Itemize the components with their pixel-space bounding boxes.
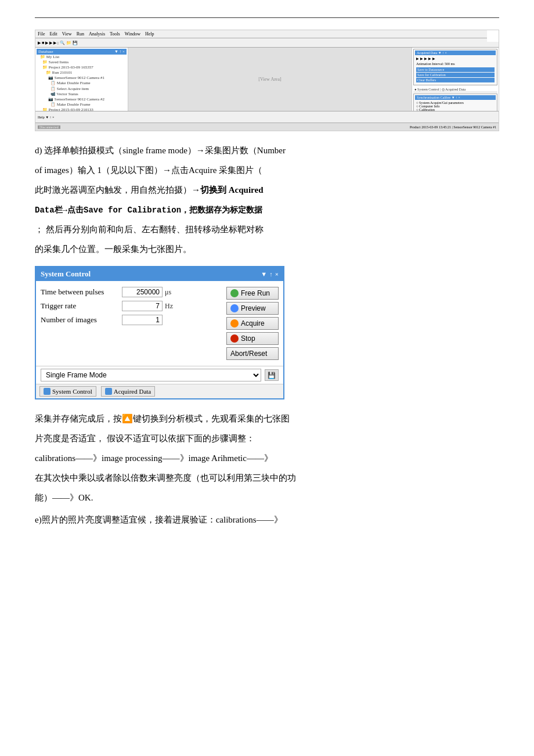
sc-close-icon[interactable]: × <box>275 271 279 278</box>
stop-label: Stop <box>241 334 255 343</box>
stop-icon <box>230 334 239 343</box>
sw-center-panel: [View Area] <box>128 48 412 111</box>
field-row-trigger-rate: Trigger rate Hz <box>41 301 222 311</box>
field-label-time: Time between pulses <box>41 287 122 297</box>
doc-section-after-panel: 采集并存储完成后，按🔼键切换到分析模式，先观看采集的七张图 片亮度是否适宜， 假… <box>35 410 499 506</box>
doc-d-line1: d) 选择单帧拍摄模式（single frame mode）→采集图片数（Num… <box>35 142 499 159</box>
system-control-tab-icon <box>44 388 50 395</box>
abort-reset-button[interactable]: Abort/Reset <box>226 347 279 360</box>
sw-right-panel: Acquired Data ▼ ↑ × ▶▶▶▶▶ Animation Inte… <box>412 48 499 111</box>
stop-button[interactable]: Stop <box>226 332 279 345</box>
free-run-button[interactable]: Free Run <box>226 287 279 300</box>
acquire-label: Acquire <box>241 319 265 327</box>
sw-status-bar: Disconnected Product 2015-03-09 13:45:21… <box>35 123 499 131</box>
doc-after-line1: 采集并存储完成后，按🔼键切换到分析模式，先观看采集的七张图 <box>35 410 499 427</box>
doc-section-e: e)照片的照片亮度调整适宜候，接着进展验证：calibrations——》 <box>35 511 499 528</box>
sc-pin-icon[interactable]: ▼ <box>261 271 267 278</box>
sw-bottom-panel: Help ▼ ↑ × <box>35 111 499 123</box>
acquire-button[interactable]: Acquire <box>226 317 279 330</box>
doc-d-line5: ； 然后再分别向前和向后、左右翻转、扭转移动坐标靶对称 <box>35 221 499 238</box>
save-button[interactable]: 💾 <box>265 369 279 381</box>
acquire-icon <box>230 319 239 327</box>
sw-left-panel: Database ▼ ↑ × 📁 My List 📁 Saved Items 📁… <box>35 48 128 111</box>
field-row-num-images: Number of images <box>41 315 222 325</box>
field-unit-time: μs <box>165 288 176 297</box>
mode-selector[interactable]: Single Frame Mode Double Frame Mode Cont… <box>41 369 261 381</box>
doc-after-line2: 片亮度是否适宜， 假设不适宜可以依据下面的步骤调整： <box>35 430 499 447</box>
doc-section-d: d) 选择单帧拍摄模式（single frame mode）→采集图片数（Num… <box>35 142 499 258</box>
tab-acquired-data-label: Acquired Data <box>114 388 151 395</box>
field-input-trigger[interactable] <box>122 301 163 311</box>
field-unit-trigger: Hz <box>165 302 176 311</box>
top-divider <box>35 17 499 18</box>
software-screenshot: FileEditViewRun AnalysisToolsWindowHelp … <box>35 30 499 131</box>
sc-panel-header: System Control ▼ ↑ × <box>36 267 283 281</box>
doc-d-line2: of images）输入 1（见以以下图）→点击Acquire 采集图片（ <box>35 161 499 179</box>
field-label-images: Number of images <box>41 315 122 325</box>
sc-fields-area: Time between pulses μs Trigger rate Hz N… <box>41 287 222 360</box>
field-row-time-between-pulses: Time between pulses μs <box>41 287 222 297</box>
acquired-data-tab-icon <box>105 388 112 395</box>
doc-d-line3: 此时激光器调至内触发，用自然光拍摄）→切换到 Acquired <box>35 181 499 199</box>
sc-dock-icon[interactable]: ↑ <box>269 271 273 278</box>
free-run-label: Free Run <box>241 289 270 297</box>
doc-d-line4: Data栏→点击Save for Calibration，把数据存为标定数据 <box>35 201 499 218</box>
sc-panel-title: System Control <box>41 269 91 279</box>
tab-system-control[interactable]: System Control <box>39 386 96 397</box>
preview-button[interactable]: Preview <box>226 302 279 315</box>
corner-decoration <box>487 30 499 42</box>
doc-d-line6: 的采集几个位置。一般采集为七张图片。 <box>35 240 499 258</box>
sw-menubar: FileEditViewRun AnalysisToolsWindowHelp <box>35 30 499 38</box>
doc-after-line5: 能）——》OK. <box>35 489 499 506</box>
sc-footer: Single Frame Mode Double Frame Mode Cont… <box>36 366 283 384</box>
sc-buttons-area: Free Run Preview Acquire Stop Abort/Rese… <box>226 287 279 360</box>
field-input-images[interactable] <box>122 315 163 325</box>
preview-icon <box>230 304 239 312</box>
sc-panel-controls: ▼ ↑ × <box>261 271 279 278</box>
doc-after-line3: calibrations——》image processing——》image … <box>35 449 499 467</box>
analyze-mode-icon: 🔼 <box>122 414 133 423</box>
system-control-panel: System Control ▼ ↑ × Time between pulses… <box>35 266 284 399</box>
sw-toolbar: ▶■▶▶▶ |🔍📁💾 <box>35 38 499 48</box>
tab-system-control-label: System Control <box>52 388 92 395</box>
tab-acquired-data[interactable]: Acquired Data <box>101 386 155 397</box>
sc-tabs: System Control Acquired Data <box>36 384 283 398</box>
doc-after-line4: 在其次快中乘以或者除以倍数来调整亮度（也可以利用第三块中的功 <box>35 469 499 487</box>
field-input-time[interactable] <box>122 287 163 297</box>
preview-label: Preview <box>241 304 266 312</box>
doc-e-line1: e)照片的照片亮度调整适宜候，接着进展验证：calibrations——》 <box>35 511 499 528</box>
abort-reset-label: Abort/Reset <box>230 350 267 358</box>
free-run-icon <box>230 289 239 297</box>
field-label-trigger: Trigger rate <box>41 301 122 311</box>
